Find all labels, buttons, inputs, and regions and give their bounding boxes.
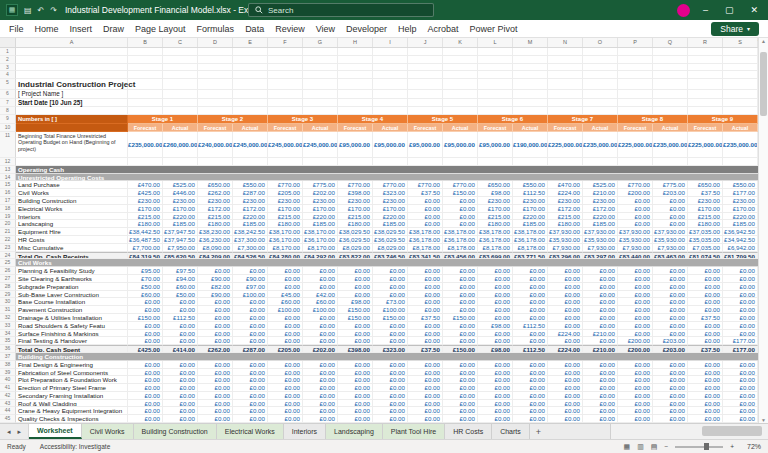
cell[interactable]: £185.00 xyxy=(583,220,618,228)
cell[interactable]: £0.00 xyxy=(163,392,198,400)
cell[interactable]: £0.00 xyxy=(478,337,513,345)
cell[interactable] xyxy=(583,48,618,56)
cell[interactable] xyxy=(268,90,303,99)
cell[interactable]: £150.00 xyxy=(443,345,478,353)
column-header-N[interactable]: N xyxy=(548,38,583,47)
row-number[interactable]: 16 xyxy=(0,189,16,197)
cell[interactable]: £0.00 xyxy=(548,384,583,392)
cell[interactable]: £0.00 xyxy=(688,283,723,291)
cell[interactable]: £50.00 xyxy=(128,283,163,291)
cell[interactable]: £0.00 xyxy=(723,267,758,275)
cell[interactable]: £0.00 xyxy=(408,407,443,415)
cell[interactable]: £83,296.00 xyxy=(548,252,583,260)
cell[interactable] xyxy=(303,158,338,166)
cell[interactable]: £0.00 xyxy=(303,361,338,369)
cell[interactable]: £0.00 xyxy=(653,275,688,283)
cell[interactable] xyxy=(268,48,303,56)
row-number[interactable]: 10 xyxy=(0,124,16,132)
column-header-S[interactable]: S xyxy=(723,38,758,47)
cell[interactable]: £73.00 xyxy=(373,298,408,306)
cell[interactable] xyxy=(513,79,548,90)
cell[interactable] xyxy=(583,99,618,108)
column-header-O[interactable]: O xyxy=(583,38,618,47)
cell[interactable]: £0.00 xyxy=(548,392,583,400)
cell[interactable]: £0.00 xyxy=(163,322,198,330)
cell[interactable]: £0.00 xyxy=(408,283,443,291)
cell[interactable]: £425.00 xyxy=(128,189,163,197)
cell[interactable] xyxy=(688,107,723,115)
cell[interactable]: £0.00 xyxy=(653,283,688,291)
sheet-text-cell[interactable]: Start Date [10 Jun 25] xyxy=(16,99,128,108)
sheet-tab-hr-costs[interactable]: HR Costs xyxy=(445,424,492,439)
cell[interactable]: £0.00 xyxy=(478,400,513,408)
cell[interactable]: £7,035.00 xyxy=(688,244,723,252)
cell[interactable]: £38,029.50 xyxy=(338,228,373,236)
cell[interactable]: £97.50 xyxy=(163,267,198,275)
cell[interactable]: £0.00 xyxy=(163,337,198,345)
cell[interactable] xyxy=(233,107,268,115)
cell[interactable]: £0.00 xyxy=(408,376,443,384)
cell[interactable] xyxy=(163,48,198,56)
cell[interactable]: £446.00 xyxy=(163,189,198,197)
cell[interactable] xyxy=(688,71,723,79)
cell[interactable]: £38,242.50 xyxy=(233,228,268,236)
column-header-F[interactable]: F xyxy=(268,38,303,47)
cell[interactable] xyxy=(688,99,723,108)
cell[interactable]: £0.00 xyxy=(688,275,723,283)
undo-icon[interactable]: ↶ xyxy=(38,6,45,15)
ribbon-tab-review[interactable]: Review xyxy=(275,24,305,34)
cell[interactable]: £425.00 xyxy=(128,345,163,353)
cell[interactable]: £8,178.00 xyxy=(513,244,548,252)
cell[interactable]: £0.00 xyxy=(408,369,443,377)
cell[interactable]: £98.00 xyxy=(478,322,513,330)
cell[interactable] xyxy=(723,158,758,166)
cell[interactable]: £185.00 xyxy=(723,220,758,228)
cell[interactable]: £230.00 xyxy=(303,197,338,205)
cell[interactable]: £0.00 xyxy=(163,298,198,306)
save-icon[interactable]: ▤ xyxy=(24,6,32,15)
cell[interactable]: £60.00 xyxy=(303,298,338,306)
cell[interactable]: £35,930.00 xyxy=(548,236,583,244)
cell[interactable]: £0.00 xyxy=(303,400,338,408)
cell[interactable]: £0.00 xyxy=(618,220,653,228)
cell[interactable] xyxy=(128,158,163,166)
zoom-out-icon[interactable]: − xyxy=(664,443,668,450)
cell[interactable]: £0.00 xyxy=(163,415,198,423)
cell[interactable]: £36,178.00 xyxy=(478,236,513,244)
cell[interactable]: £0.00 xyxy=(408,337,443,345)
column-header-Q[interactable]: Q xyxy=(653,38,688,47)
cell[interactable] xyxy=(478,99,513,108)
cell[interactable]: £225,000.00 xyxy=(548,132,583,158)
cell[interactable] xyxy=(513,48,548,56)
cell[interactable]: £770.00 xyxy=(408,181,443,189)
cell[interactable]: £0.00 xyxy=(373,283,408,291)
row-label[interactable]: Building Construction xyxy=(16,197,128,205)
cell[interactable] xyxy=(478,48,513,56)
row-number[interactable]: 6 xyxy=(0,90,16,99)
cell[interactable]: £170.00 xyxy=(338,205,373,213)
cell[interactable]: £0.00 xyxy=(513,291,548,299)
cell[interactable] xyxy=(268,56,303,64)
cell[interactable]: £0.00 xyxy=(548,407,583,415)
cell[interactable]: £37.50 xyxy=(408,189,443,197)
cell[interactable]: £0.00 xyxy=(478,392,513,400)
cell[interactable]: £0.00 xyxy=(478,306,513,314)
cell[interactable] xyxy=(408,64,443,72)
row-number[interactable]: 33 xyxy=(0,322,16,330)
row-label[interactable]: Final Design & Engineering xyxy=(16,361,128,369)
cell[interactable]: £0.00 xyxy=(513,369,548,377)
row-label[interactable]: Planning & Feasibility Study xyxy=(16,267,128,275)
cell[interactable]: £0.00 xyxy=(513,376,548,384)
row-number[interactable]: 9 xyxy=(0,115,16,124)
cell[interactable] xyxy=(338,158,373,166)
cell[interactable]: £83,463.00 xyxy=(653,252,688,260)
cell[interactable]: £170.00 xyxy=(478,205,513,213)
cell[interactable]: £215.00 xyxy=(198,213,233,221)
cell[interactable]: £0.00 xyxy=(618,275,653,283)
cell[interactable]: £0.00 xyxy=(618,314,653,322)
cell[interactable]: £37,035.00 xyxy=(688,228,723,236)
row-number[interactable]: 41 xyxy=(0,384,16,392)
cell[interactable] xyxy=(618,48,653,56)
cell[interactable]: £525.00 xyxy=(583,181,618,189)
accessibility-status[interactable]: Accessibility: Investigate xyxy=(40,443,110,450)
